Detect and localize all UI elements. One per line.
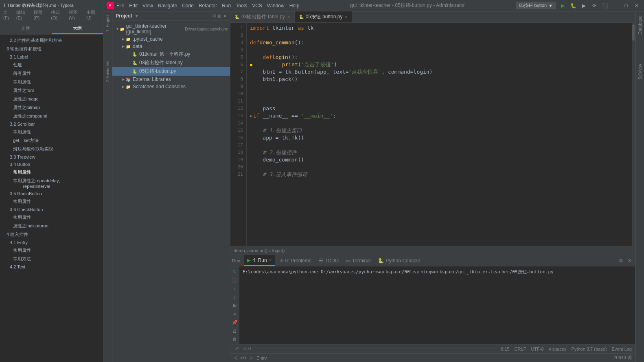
outline-item[interactable]: 属性之image [0,95,103,103]
outline-item[interactable]: 常用属性 [0,246,103,255]
tab-03-label[interactable]: 🐍 03输出控件-label.py ✕ [230,11,295,22]
outline-item[interactable]: 3.1 Label [0,53,103,61]
tab-todo[interactable]: ☰ TODO [315,255,342,266]
outline-item[interactable]: 属性之indicatoron [0,222,103,230]
run-config-dropdown-icon[interactable]: ▼ [548,3,553,8]
menu-code[interactable]: Code [182,3,194,9]
nav-right-arrow[interactable]: ▷ [250,355,253,360]
debug-button[interactable]: 🐛 [569,2,577,10]
outline-item[interactable]: 3.6 CheckButton [0,206,103,213]
pin-button[interactable]: 📌 [231,319,239,326]
maximize-button[interactable]: □ [622,2,630,10]
wrap-button[interactable]: ⊞ [231,302,239,309]
tab-problems[interactable]: ⚠ 6: Problems [276,255,315,266]
run-button[interactable]: ▶ [559,2,567,10]
rerun-button[interactable]: ↻ [231,268,239,275]
status-indent[interactable]: 4 spaces [549,347,567,351]
scroll-down-button[interactable]: ↓ [231,293,239,300]
outline-item[interactable]: 常用属性 [0,78,103,86]
outline-item[interactable]: 2.2 控件的基本属性和方法 [0,36,103,45]
project-tool-gear[interactable]: ⚙ [212,13,216,19]
fold-arrow-icon[interactable]: ▶ [250,112,252,120]
print-button[interactable]: 🖨 [231,327,239,334]
outline-item[interactable]: 3.2 Scrollbar [0,120,103,128]
status-position[interactable]: 6:15 [501,347,509,351]
tree-item-01[interactable]: 🐍 01tkinter 第一个程序.py [112,50,230,59]
outline-item[interactable]: 3 输出控件和按钮 [0,45,103,53]
run-tab-close-icon[interactable]: ✕ [269,258,272,262]
settings-icon[interactable]: ⚙ [617,257,624,264]
vtab-favorites[interactable]: 2: Favorites [105,59,111,85]
rsidebar-sciview[interactable]: SciView [637,61,642,82]
menu-view[interactable]: View [142,3,153,9]
tab-outline[interactable]: 大纲 [52,23,103,34]
menu-refactor[interactable]: Refactor [199,3,217,9]
status-encoding[interactable]: UTF-8 [531,347,543,351]
menu-window[interactable]: Window [267,3,285,9]
rsidebar-database[interactable]: Database [637,13,642,37]
tree-root[interactable]: ▼ 📁 gui_tkinter-teacher [gui_tkinter] D:… [112,22,230,35]
tab-terminal[interactable]: ▭ Terminal [343,255,374,266]
tree-item-scratches[interactable]: ▶ 📁 Scratches and Consoles [112,83,230,90]
outline-item[interactable]: 创建 [0,61,103,69]
outline-item[interactable]: 4.2 Text [0,263,103,270]
project-dropdown-icon[interactable]: ▼ [135,14,139,18]
tab-run[interactable]: ▶ 4: Run ✕ [244,255,275,266]
outline-item[interactable]: 常用属性之repeatdelay、 repeatinterval [0,177,103,190]
nav-left-arrow[interactable]: ◁ [234,355,237,360]
menu-run[interactable]: Run [222,3,231,9]
status-line-ending[interactable]: CRLF [515,347,526,351]
minimize-button[interactable]: ─ [611,2,620,10]
outline-item[interactable]: 属性之font [0,86,103,95]
stop-run-button[interactable]: ⬛ [231,277,239,283]
menu-help[interactable]: Help [289,3,300,9]
status-branch[interactable]: ⎇ [234,346,239,351]
menu-navigate[interactable]: Navigate [158,3,177,9]
outline-item[interactable]: 常用属性 [0,168,103,177]
outline-item[interactable]: 3.4 Button [0,161,103,168]
tree-item-03[interactable]: 🐍 03输出控件-label.py [112,59,230,67]
tab-05-button[interactable]: 🐍 05按钮-button.py ✕ [295,11,353,22]
clear-button[interactable]: 🗑 [231,336,239,342]
run-coverage-button[interactable]: ▶ [580,2,588,10]
event-log[interactable]: Event Log [611,347,632,351]
tab-file[interactable]: 文件 [0,23,52,34]
tab-python-console[interactable]: 🐍 Python Console [375,255,423,266]
vtab-structure[interactable]: 1: Project [105,12,111,34]
status-warnings[interactable]: ⚠ 0 [243,346,251,351]
menu-file[interactable]: File [116,3,124,9]
scroll-up-button[interactable]: ↑ [231,285,239,292]
nav-code-toggle[interactable]: </> [240,355,247,360]
menu-format[interactable]: 格式(O) [51,9,66,20]
tree-item-pytest[interactable]: ▶ 📁 .pytest_cache [112,35,230,43]
menu-para[interactable]: 段落(P) [34,9,48,20]
outline-item[interactable]: 属性之compound [0,112,103,120]
outline-item[interactable]: 4.1 Entry [0,239,103,246]
project-tool-close[interactable]: ✕ [223,13,227,19]
status-python[interactable]: Python 3.7 (base) [572,347,607,351]
menu-view[interactable]: 视图(V) [69,9,83,20]
tab-close-03[interactable]: ✕ [287,15,290,19]
outline-item[interactable]: 4 输入控件 [0,230,103,239]
menu-theme[interactable]: 主题(J) [86,9,100,20]
outline-item[interactable]: 3.5 RadioButton [0,190,103,197]
outline-item[interactable]: 属性之bitmap [0,103,103,112]
menu-file[interactable]: 文(F) [3,9,13,20]
menu-edit[interactable]: 编辑(E) [16,9,31,20]
outline-item[interactable]: 常用方法 [0,255,103,263]
outline-item[interactable]: 所有属性 [0,69,103,78]
tree-item-data[interactable]: ▶ 📁 data [112,43,230,50]
outline-item[interactable]: get、set方法 [0,136,103,145]
outline-item[interactable]: 3.3 Treeview [0,153,103,161]
project-tool-expand[interactable]: ⊞ [218,13,221,19]
close-button[interactable]: ✕ [633,2,641,10]
tree-item-05[interactable]: 🐍 05按钮-button.py [112,67,230,76]
outline-item[interactable]: 滑块与组件联动实现 [0,145,103,153]
run-config[interactable]: 05按钮-button ▼ [516,2,556,9]
menu-edit[interactable]: Edit [129,3,138,9]
profile-button[interactable]: ⟳ [590,2,598,10]
outline-item[interactable]: 常用属性 [0,197,103,206]
tree-item-extlibs[interactable]: ▶ 📚 External Libraries [112,76,230,83]
tab-close-05[interactable]: ✕ [344,15,348,19]
outline-item[interactable]: 常用属性 [0,213,103,222]
